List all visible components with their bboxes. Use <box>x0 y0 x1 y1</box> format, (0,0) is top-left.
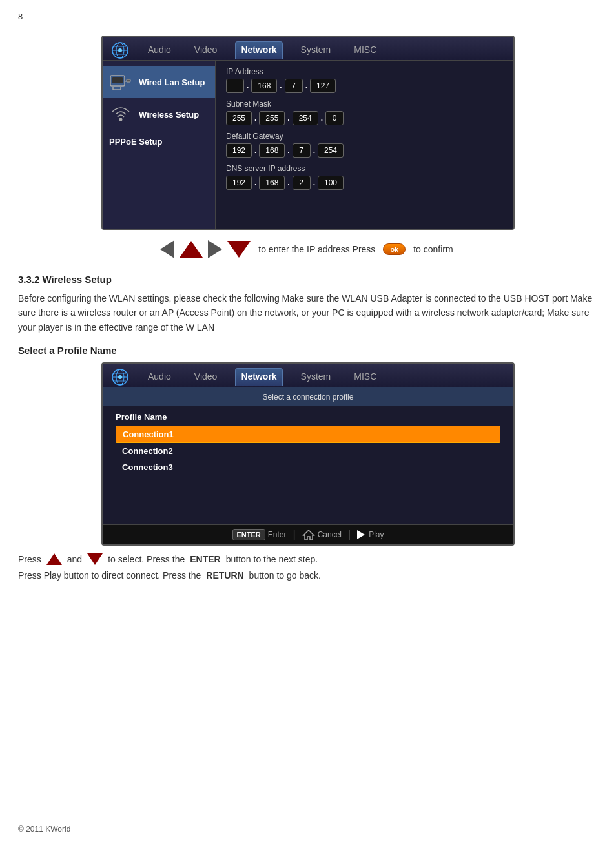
bottom-rule <box>0 819 616 819</box>
nav-instruction-row-1: to enter the IP address Press ok to conf… <box>101 240 515 258</box>
subnet-part-2[interactable]: 255 <box>259 111 285 125</box>
subnet-part-1[interactable]: 255 <box>226 111 252 125</box>
copyright: © 2011 KWorld <box>18 825 70 834</box>
subnet-mask-label: Subnet Mask <box>226 99 503 108</box>
svg-rect-11 <box>127 79 130 82</box>
wired-lan-screenshot: Audio Video Network System MISC <box>101 36 515 230</box>
sidebar-wireless[interactable]: Wireless Setup <box>103 98 215 130</box>
screen-sidebar: Wired Lan Setup Wireless Setup <box>103 61 216 229</box>
gw-part-1[interactable]: 192 <box>226 143 252 158</box>
play-label: Play <box>369 530 384 539</box>
svg-point-5 <box>118 48 122 52</box>
sidebar-wired-lan[interactable]: Wired Lan Setup <box>103 66 215 98</box>
svg-rect-7 <box>112 77 123 83</box>
wireless-profile-screenshot: Audio Video Network System MISC Select a… <box>101 362 515 546</box>
cancel-btn[interactable]: Cancel <box>302 529 342 540</box>
default-gateway-row: 192 . 168 . 7 . 254 <box>226 143 503 158</box>
globe-icon <box>110 41 130 60</box>
screen-header: Audio Video Network System MISC <box>103 37 513 61</box>
dns-part-1[interactable]: 192 <box>226 176 252 190</box>
subnet-part-4[interactable]: 0 <box>325 111 344 125</box>
wireless-icon <box>109 105 132 124</box>
connection-item-1[interactable]: Connection1 <box>116 426 500 443</box>
ip-part-1[interactable] <box>226 79 244 93</box>
tab-network[interactable]: Network <box>235 41 282 59</box>
play-icon <box>357 530 365 539</box>
play-btn[interactable]: Play <box>357 530 384 539</box>
nav-text-after: to confirm <box>413 244 453 254</box>
press-text: Press <box>18 554 41 564</box>
gw-part-3[interactable]: 7 <box>293 143 311 158</box>
dns-part-2[interactable]: 168 <box>259 176 285 190</box>
section-332-body: Before configuring the WLAN settings, pl… <box>18 291 598 335</box>
profile-name-label: Profile Name <box>116 412 500 422</box>
screen2-footer: ENTER Enter | Cancel | Play <box>103 524 513 544</box>
subnet-mask-section: Subnet Mask 255 . 255 . 254 . 0 <box>226 99 503 125</box>
wired-lan-icon <box>109 72 132 92</box>
tab2-audio[interactable]: Audio <box>143 369 176 386</box>
select-profile-heading: Select a Profile Name <box>18 345 598 356</box>
to-select-text: to select. Press the <box>108 554 185 564</box>
tab-video[interactable]: Video <box>189 42 223 59</box>
screen2-header: Audio Video Network System MISC <box>103 364 513 387</box>
tab2-network[interactable]: Network <box>235 368 282 386</box>
connection-item-2[interactable]: Connection2 <box>116 443 500 459</box>
instruction-arrow-up <box>46 553 62 565</box>
page-number: 8 <box>18 12 23 21</box>
button-next-text: button to the next step. <box>226 554 318 564</box>
gw-part-2[interactable]: 168 <box>259 143 285 158</box>
gw-part-4[interactable]: 254 <box>318 143 344 158</box>
tab2-system[interactable]: System <box>296 369 336 386</box>
tab-misc[interactable]: MISC <box>349 42 382 59</box>
nav-arrow-down <box>227 241 251 258</box>
ok-button[interactable]: ok <box>383 243 406 255</box>
cancel-label: Cancel <box>318 530 342 539</box>
tab-system[interactable]: System <box>296 42 336 59</box>
enter-key: ENTER <box>232 529 265 540</box>
wired-lan-label: Wired Lan Setup <box>139 77 205 87</box>
press-play-text: Press Play button to direct connect. Pre… <box>18 570 201 581</box>
instruction-arrow-down <box>87 553 103 565</box>
default-gateway-section: Default Gateway 192 . 168 . 7 . 254 <box>226 132 503 158</box>
ip-address-label: IP Address <box>226 67 503 76</box>
screen-body: Wired Lan Setup Wireless Setup <box>103 61 513 229</box>
top-rule <box>0 25 616 25</box>
enter-label: Enter <box>268 530 287 539</box>
screen-main: IP Address . 168 . 7 . 127 Su <box>216 61 513 229</box>
and-text: and <box>67 554 82 564</box>
enter-bold: ENTER <box>190 554 220 564</box>
dns-section: DNS server IP address 192 . 168 . 2 . 10… <box>226 164 503 190</box>
bottom-instruction-2: Press Play button to direct connect. Pre… <box>18 570 598 581</box>
sidebar-pppoe[interactable]: PPPoE Setup <box>103 130 215 153</box>
subnet-part-3[interactable]: 254 <box>293 111 318 125</box>
nav-arrow-right <box>208 240 222 258</box>
tab2-misc[interactable]: MISC <box>349 369 382 386</box>
screen2-main: Profile Name Connection1 Connection2 Con… <box>103 406 513 524</box>
ip-part-4[interactable]: 127 <box>310 79 336 93</box>
go-back-text: button to go back. <box>249 570 321 581</box>
dns-label: DNS server IP address <box>226 164 503 173</box>
wireless-label: Wireless Setup <box>139 110 199 119</box>
svg-point-19 <box>118 375 122 379</box>
dns-part-4[interactable]: 100 <box>318 176 344 190</box>
ip-part-2[interactable]: 168 <box>251 79 277 93</box>
svg-marker-20 <box>303 530 314 540</box>
svg-point-13 <box>119 118 123 121</box>
section-332-heading: 3.3.2 Wireless Setup <box>18 274 598 285</box>
dns-part-3[interactable]: 2 <box>293 176 311 190</box>
ip-address-section: IP Address . 168 . 7 . 127 <box>226 67 503 93</box>
default-gateway-label: Default Gateway <box>226 132 503 141</box>
ip-part-3[interactable]: 7 <box>285 79 303 93</box>
tab-audio[interactable]: Audio <box>143 42 176 59</box>
pppoe-label: PPPoE Setup <box>109 137 162 147</box>
home-icon <box>302 529 315 540</box>
connection-item-3[interactable]: Connection3 <box>116 459 500 475</box>
tab2-video[interactable]: Video <box>189 369 223 386</box>
nav-arrow-left <box>160 240 174 258</box>
screen2-subtitle: Select a connection profile <box>263 393 354 402</box>
return-bold: RETURN <box>206 570 243 581</box>
nav-text-before: to enter the IP address Press <box>258 244 375 254</box>
ip-address-row: . 168 . 7 . 127 <box>226 79 503 93</box>
enter-btn[interactable]: ENTER Enter <box>232 529 287 540</box>
dns-row: 192 . 168 . 2 . 100 <box>226 176 503 190</box>
